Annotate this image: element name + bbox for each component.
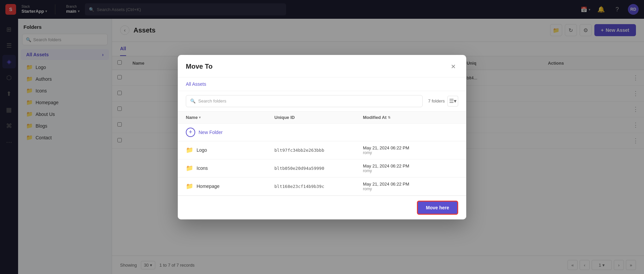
modal-row-uid: blt97fc34bb2e263bbb	[274, 148, 363, 153]
folder-count-label: 7 folders	[428, 98, 445, 104]
modal-folder-row-icons[interactable]: 📁 Icons bltb050e20d94a59990 May 21, 2024…	[178, 159, 466, 178]
modal-search-row: 🔍 Search folders 7 folders ☰▾	[178, 91, 466, 112]
modified-sort-icon: ⇅	[388, 116, 390, 119]
move-here-button[interactable]: Move here	[417, 201, 458, 215]
modal-row-modified: May 21, 2024 06:22 PM romy	[363, 163, 451, 173]
modal-footer: Move here	[178, 196, 466, 219]
modal-search-input[interactable]: 🔍 Search folders	[186, 95, 423, 107]
modal-folder-row-logo[interactable]: 📁 Logo blt97fc34bb2e263bbb May 21, 2024 …	[178, 141, 466, 159]
folder-icon: 📁	[186, 146, 193, 154]
modal-row-uid: blt168e23cf14b9b39c	[274, 184, 363, 189]
new-folder-row[interactable]: + New Folder	[178, 124, 466, 141]
modal-overlay[interactable]: Move To ✕ All Assets 🔍 Search folders 7 …	[0, 0, 644, 274]
col-unique-id: Unique ID	[274, 115, 363, 120]
modal-breadcrumb: All Assets	[178, 77, 466, 91]
modal-row-modified: May 21, 2024 06:22 PM romy	[363, 145, 451, 155]
name-sort-icon: ▾	[199, 116, 201, 119]
modal-close-button[interactable]: ✕	[448, 62, 458, 72]
sort-button[interactable]: ☰▾	[447, 96, 458, 107]
modal-body: + New Folder 📁 Logo blt97fc34bb2e263bbb …	[178, 124, 466, 196]
modal-row-modified: May 21, 2024 06:22 PM romy	[363, 182, 451, 191]
new-folder-label: New Folder	[199, 130, 223, 135]
folder-icon: 📁	[186, 183, 193, 190]
modal-table-header: Name ▾ Unique ID Modified At ⇅	[178, 112, 466, 124]
new-folder-icon: +	[186, 128, 195, 137]
modal-row-uid: bltb050e20d94a59990	[274, 166, 363, 171]
search-icon: 🔍	[190, 98, 196, 104]
modal-header: Move To ✕	[178, 55, 466, 77]
move-to-modal: Move To ✕ All Assets 🔍 Search folders 7 …	[178, 55, 466, 219]
folder-icon: 📁	[186, 164, 193, 172]
modal-folder-row-homepage[interactable]: 📁 Homepage blt168e23cf14b9b39c May 21, 2…	[178, 178, 466, 196]
modal-title: Move To	[186, 63, 213, 70]
